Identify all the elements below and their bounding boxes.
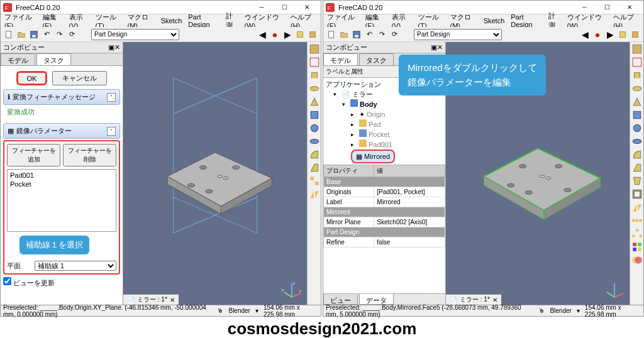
record-icon[interactable]: ● <box>269 29 280 40</box>
workbench-select[interactable]: Part Design <box>414 29 502 40</box>
pad-icon[interactable] <box>631 70 643 81</box>
tab-view[interactable]: ビュー <box>323 294 358 305</box>
tree-pad[interactable]: ▸Pad <box>325 119 444 129</box>
prop-row[interactable]: Refinefalse <box>324 237 445 248</box>
feature-item[interactable]: Pad001 <box>9 171 114 180</box>
tab-model[interactable]: モデル <box>323 53 358 65</box>
plane-select[interactable]: 補助線 1 <box>35 261 116 271</box>
loft-icon[interactable] <box>631 96 643 107</box>
boolean-icon[interactable] <box>631 254 643 266</box>
3d-viewport[interactable]: z x y 📄 ミラー : 1* ✕ <box>123 42 307 305</box>
collapse-icon[interactable]: ˇ <box>107 93 116 102</box>
record-icon[interactable]: ● <box>592 29 603 40</box>
new-doc-icon[interactable] <box>3 29 14 40</box>
menu-partdesign[interactable]: Part Design <box>188 13 219 28</box>
open-icon[interactable] <box>338 29 350 40</box>
redo-icon[interactable]: ↷ <box>53 29 65 40</box>
tree-origin[interactable]: ▸✦Origin <box>325 109 444 119</box>
viewport-doc-tab[interactable]: 📄 ミラー : 1* ✕ <box>123 294 179 305</box>
undo-icon[interactable]: ↶ <box>41 29 52 40</box>
feature-list[interactable]: Pad001 Pocket <box>7 169 116 232</box>
nav-style-icon[interactable]: 🖱 <box>538 307 545 314</box>
mirror-tool-icon[interactable] <box>631 202 643 213</box>
status-dropdown-icon[interactable]: ▾ <box>577 307 580 314</box>
pocket-icon[interactable] <box>309 109 320 121</box>
mirror-icon[interactable] <box>309 188 320 200</box>
revolve-icon[interactable] <box>631 83 643 94</box>
remove-feature-button[interactable]: フィーチャーを削除 <box>63 144 116 166</box>
prop-row[interactable]: Mirror PlaneSketch002 [Axis0] <box>324 217 445 227</box>
menu-partdesign[interactable]: Part Design <box>511 13 542 28</box>
fillet-icon[interactable] <box>631 149 643 160</box>
refresh-icon[interactable]: ⟳ <box>66 29 77 40</box>
groove-icon[interactable] <box>309 136 320 147</box>
nav-left-icon[interactable]: ◀ <box>257 29 268 40</box>
tab-data[interactable]: データ <box>359 294 394 305</box>
body-icon[interactable] <box>309 43 320 55</box>
status-dropdown-icon[interactable]: ▾ <box>255 307 258 314</box>
tab-task[interactable]: タスク <box>359 53 394 65</box>
pattern-icon[interactable] <box>309 175 320 187</box>
update-view-checkbox[interactable]: ビューを更新 <box>3 279 55 286</box>
draft-icon[interactable] <box>631 175 643 187</box>
nav-cube-icon[interactable] <box>603 278 626 301</box>
refresh-icon[interactable]: ⟳ <box>389 29 400 40</box>
maximize-button[interactable]: ☐ <box>273 1 296 14</box>
chamfer-icon[interactable] <box>309 162 320 173</box>
macro-icon[interactable] <box>617 29 628 40</box>
new-doc-icon[interactable] <box>326 29 337 40</box>
tab-close-icon[interactable]: ✕ <box>492 297 497 303</box>
panel-close-icon[interactable]: ✕ <box>114 43 120 52</box>
pocket-icon[interactable] <box>631 109 643 121</box>
prop-row[interactable]: Originals[Pad001, Pocket] <box>324 187 445 197</box>
ok-button[interactable]: OK <box>16 71 48 85</box>
nav-style-icon[interactable]: 🖱 <box>217 307 223 314</box>
close-button[interactable]: ✕ <box>296 1 318 14</box>
collapse-icon[interactable]: ˇ <box>107 127 116 136</box>
mirror-param-header[interactable]: ▦ 鏡像パラメーター ˇ <box>3 123 120 139</box>
macro2-icon[interactable] <box>307 29 318 40</box>
tab-task[interactable]: タスク <box>36 53 71 65</box>
transform-message-header[interactable]: ℹ 変換フィーチャメッセージ ˇ <box>3 89 120 105</box>
minimize-button[interactable]: ─ <box>573 1 596 14</box>
minimize-button[interactable]: ─ <box>250 1 273 14</box>
nav-cube-icon[interactable]: z x y <box>280 278 303 301</box>
close-button[interactable]: ✕ <box>618 1 641 14</box>
tree-mirrored[interactable]: ▦ Mirrored <box>325 150 444 163</box>
groove-icon[interactable] <box>631 136 643 147</box>
tree-pad001[interactable]: ▸Pad001 <box>325 139 444 150</box>
save-icon[interactable] <box>351 29 362 40</box>
polar-pattern-icon[interactable] <box>631 228 643 239</box>
feature-item[interactable]: Pocket <box>9 180 114 188</box>
panel-close-icon[interactable]: ✕ <box>437 43 443 52</box>
sketch-icon[interactable] <box>309 57 320 68</box>
nav-left-icon[interactable]: ◀ <box>579 29 591 40</box>
chamfer-icon[interactable] <box>631 162 643 173</box>
tree-pocket[interactable]: ▸Pocket <box>325 129 444 139</box>
workbench-select[interactable]: Part Design <box>91 29 179 40</box>
sketch-icon[interactable] <box>631 57 643 68</box>
redo-icon[interactable]: ↷ <box>376 29 387 40</box>
revolve-icon[interactable] <box>309 83 320 94</box>
property-table[interactable]: プロパティ値 Base Originals[Pad001, Pocket] La… <box>323 165 445 248</box>
nav-right-icon[interactable]: ▶ <box>282 29 293 40</box>
prop-row[interactable]: LabelMirrored <box>324 197 445 207</box>
tab-close-icon[interactable]: ✕ <box>170 297 175 303</box>
menu-sketch[interactable]: Sketch <box>161 17 182 25</box>
save-icon[interactable] <box>28 29 40 40</box>
status-nav[interactable]: Blender <box>228 307 250 314</box>
multitransform-icon[interactable] <box>631 241 643 253</box>
undo-icon[interactable]: ↶ <box>364 29 375 40</box>
viewport-doc-tab[interactable]: 📄 ミラー : 1* ✕ <box>446 294 501 305</box>
panel-pin-icon[interactable]: ▣ <box>431 43 437 52</box>
open-icon[interactable] <box>16 29 27 40</box>
hole-icon[interactable] <box>631 123 643 134</box>
menu-sketch[interactable]: Sketch <box>484 17 505 25</box>
maximize-button[interactable]: ☐ <box>596 1 618 14</box>
cancel-button[interactable]: キャンセル <box>52 71 107 85</box>
body-icon[interactable] <box>631 43 643 55</box>
thickness-icon[interactable] <box>631 188 643 200</box>
panel-pin-icon[interactable]: ▣ <box>108 43 114 52</box>
pad-icon[interactable] <box>309 70 320 81</box>
macro-icon[interactable] <box>294 29 306 40</box>
